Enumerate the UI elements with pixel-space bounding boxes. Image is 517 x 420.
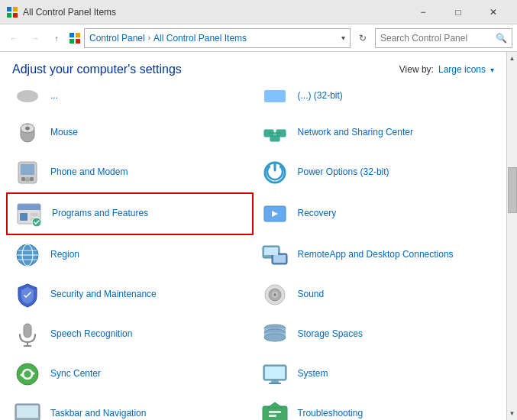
phone-icon <box>12 157 43 188</box>
svg-rect-69 <box>17 405 38 418</box>
viewby-arrow[interactable]: ▾ <box>490 66 494 74</box>
recovery-icon <box>260 199 290 229</box>
svg-point-52 <box>273 293 276 296</box>
svg-rect-6 <box>69 39 74 44</box>
item-sound[interactable]: Sound <box>254 275 501 315</box>
path-dropdown-arrow[interactable]: ▾ <box>341 34 345 42</box>
item-region-label: Region <box>50 249 79 261</box>
partial-label-left: ... <box>50 90 58 102</box>
search-input[interactable] <box>380 33 496 44</box>
item-speech[interactable]: Speech Recognition <box>6 315 254 354</box>
search-box[interactable]: 🔍 <box>375 28 512 48</box>
mouse-icon <box>12 118 43 148</box>
viewby-value[interactable]: Large icons <box>438 64 486 75</box>
svg-rect-9 <box>264 90 286 102</box>
address-bar: ← → ↑ Control Panel › All Control Panel … <box>0 24 517 52</box>
item-troubleshooting[interactable]: Troubleshooting <box>254 394 501 420</box>
svg-rect-13 <box>25 127 30 130</box>
item-storage-spaces[interactable]: Storage Spaces <box>254 315 501 354</box>
power-icon <box>260 157 290 188</box>
svg-rect-25 <box>30 177 34 181</box>
troubleshooting-icon <box>260 399 290 420</box>
item-taskbar[interactable]: Taskbar and Navigation <box>6 394 254 420</box>
svg-rect-67 <box>269 383 281 384</box>
item-remoteapp-label: RemoteApp and Desktop Connections <box>298 249 454 261</box>
item-power-label: Power Options (32-bit) <box>298 166 389 179</box>
svg-rect-22 <box>21 164 34 175</box>
svg-rect-24 <box>21 177 25 181</box>
item-region[interactable]: Region <box>6 235 254 275</box>
svg-rect-5 <box>76 33 80 37</box>
taskbar-icon <box>12 399 43 420</box>
item-recovery-label: Recovery <box>298 208 337 220</box>
close-button[interactable]: ✕ <box>476 0 511 24</box>
item-mouse[interactable]: Mouse <box>6 113 254 153</box>
svg-point-61 <box>17 363 38 385</box>
item-phone-label: Phone and Modem <box>50 166 128 179</box>
item-sound-label: Sound <box>298 289 325 301</box>
svg-rect-75 <box>269 411 281 413</box>
scroll-track[interactable] <box>507 65 518 407</box>
item-speech-label: Speech Recognition <box>50 328 132 341</box>
content-panel: Adjust your computer's settings View by:… <box>0 52 506 420</box>
item-security[interactable]: Security and Maintenance <box>6 275 254 315</box>
path-allitems[interactable]: All Control Panel Items <box>153 33 247 44</box>
item-power-options[interactable]: Power Options (32-bit) <box>254 153 501 192</box>
svg-rect-30 <box>18 208 40 210</box>
path-controlpanel[interactable]: Control Panel <box>89 33 145 44</box>
window-icon <box>6 6 18 18</box>
item-mouse-label: Mouse <box>50 127 78 139</box>
item-recovery[interactable]: Recovery <box>254 192 501 235</box>
scroll-up-button[interactable]: ▲ <box>507 52 518 65</box>
item-phone-modem[interactable]: Phone and Modem <box>6 153 254 192</box>
scroll-down-button[interactable]: ▼ <box>507 407 518 420</box>
item-network-label: Network and Sharing Center <box>298 127 413 139</box>
main-area: Adjust your computer's settings View by:… <box>0 52 517 420</box>
svg-point-8 <box>17 90 38 102</box>
sync-icon <box>12 359 43 389</box>
item-sync-center[interactable]: Sync Center <box>6 354 254 394</box>
view-by-control: View by: Large icons ▾ <box>399 64 494 75</box>
system-icon <box>260 359 290 389</box>
svg-rect-3 <box>13 13 18 18</box>
svg-rect-66 <box>271 380 279 383</box>
item-troubleshooting-label: Troubleshooting <box>298 408 364 420</box>
up-button[interactable]: ↑ <box>47 29 66 47</box>
partial-item-right[interactable]: (...) (32-bit) <box>254 82 501 110</box>
sound-icon <box>260 279 290 310</box>
window-controls: − □ ✕ <box>406 0 511 24</box>
svg-rect-53 <box>24 324 31 338</box>
svg-rect-2 <box>7 13 11 18</box>
speech-icon <box>12 319 43 350</box>
svg-point-23 <box>25 177 30 182</box>
svg-rect-46 <box>264 247 278 255</box>
svg-rect-16 <box>270 136 280 141</box>
svg-rect-65 <box>265 367 285 379</box>
svg-rect-4 <box>69 33 74 37</box>
item-sync-label: Sync Center <box>50 368 101 380</box>
back-button[interactable]: ← <box>5 29 23 47</box>
item-programs-features[interactable]: Programs and Features <box>6 192 254 235</box>
partial-item-left[interactable]: ... <box>6 82 254 110</box>
scroll-thumb[interactable] <box>508 167 517 213</box>
svg-rect-1 <box>13 7 18 11</box>
remoteapp-icon <box>260 240 290 270</box>
scrollbar[interactable]: ▲ ▼ <box>506 52 517 420</box>
network-icon <box>260 118 290 148</box>
path-icon <box>69 32 81 44</box>
item-network-sharing[interactable]: Network and Sharing Center <box>254 113 501 153</box>
item-taskbar-label: Taskbar and Navigation <box>50 408 146 420</box>
search-icon: 🔍 <box>496 33 507 44</box>
item-remoteapp[interactable]: RemoteApp and Desktop Connections <box>254 235 501 275</box>
item-system[interactable]: System <box>254 354 501 394</box>
maximize-button[interactable]: □ <box>441 0 476 24</box>
forward-button[interactable]: → <box>26 29 44 47</box>
svg-rect-76 <box>269 415 276 417</box>
svg-rect-0 <box>7 7 11 11</box>
minimize-button[interactable]: − <box>406 0 441 24</box>
refresh-button[interactable]: ↻ <box>354 29 372 47</box>
viewby-label: View by: <box>399 64 434 75</box>
window-title: All Control Panel Items <box>23 7 406 18</box>
address-path[interactable]: Control Panel › All Control Panel Items … <box>84 28 351 48</box>
security-icon <box>12 279 43 310</box>
